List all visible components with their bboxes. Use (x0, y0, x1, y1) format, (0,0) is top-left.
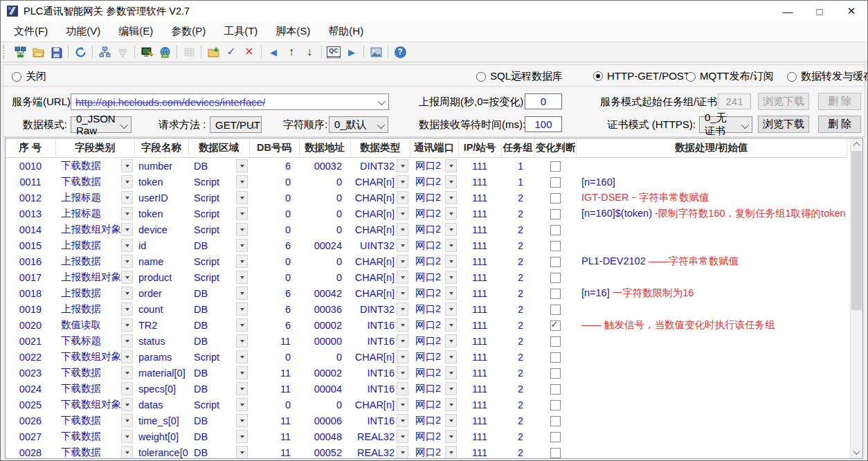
cell-dropdown-button[interactable] (445, 287, 457, 300)
table-row[interactable]: 0016上报数据nameScript00CHAR[n]网口21112PL1-DE… (6, 253, 847, 269)
cell-dropdown-button[interactable] (397, 159, 408, 172)
cell-col-5[interactable]: 00048 (299, 428, 350, 444)
cell-col-9[interactable]: 2 (501, 333, 534, 349)
change-detect-checkbox[interactable] (550, 241, 561, 251)
cell-dropdown-button[interactable] (445, 159, 457, 172)
cell-col-6[interactable]: CHAR[n] (350, 253, 410, 269)
column-header-4[interactable]: DB号码 (249, 138, 299, 158)
cell-col-5[interactable]: 00036 (299, 301, 350, 317)
change-detect-checkbox-checked[interactable] (550, 320, 561, 331)
cell-col-3[interactable]: DB (188, 158, 249, 174)
cell-col-7[interactable]: 网口2 (410, 413, 458, 428)
cell-col-0[interactable]: 0016 (6, 253, 55, 269)
cell-col-9[interactable]: 2 (501, 349, 534, 365)
radio-icon[interactable] (476, 72, 486, 82)
cell-dropdown-button[interactable] (445, 350, 457, 363)
cell-dropdown-button[interactable] (236, 398, 248, 411)
cell-col-0[interactable]: 0015 (6, 237, 55, 253)
cell-dropdown-button[interactable] (236, 287, 248, 300)
change-detect-checkbox[interactable] (550, 257, 561, 267)
cell-col-8[interactable]: 111 (458, 301, 501, 317)
help-icon[interactable]: ? (392, 44, 408, 60)
cell-col-9[interactable]: 2 (501, 206, 534, 222)
cell-col-9[interactable]: 2 (501, 237, 534, 253)
cell-col-4[interactable]: 6 (249, 158, 299, 174)
cell-dropdown-button[interactable] (445, 223, 457, 236)
cell-dropdown-button[interactable] (236, 175, 248, 188)
cell-col-7[interactable]: 网口2 (410, 317, 458, 333)
cell-col-11[interactable] (576, 413, 847, 428)
cell-col-2[interactable]: product (134, 269, 188, 285)
cell-dropdown-button[interactable] (236, 191, 248, 204)
cell-col-9[interactable]: 2 (501, 397, 534, 413)
cell-col-8[interactable]: 111 (458, 269, 501, 285)
cell-col-1[interactable]: 下载标题 (55, 333, 134, 349)
cell-dropdown-button[interactable] (236, 302, 248, 316)
menu-item-3[interactable]: 参数(P) (162, 22, 215, 41)
cell-col-1[interactable]: 数值读取 (55, 317, 134, 333)
cell-col-0[interactable]: 0014 (6, 222, 55, 237)
cell-col-7[interactable]: 网口2 (410, 444, 458, 459)
cell-col-10[interactable] (534, 349, 576, 365)
cell-col-6[interactable]: REAL32 (350, 444, 410, 459)
cell-dropdown-button[interactable] (445, 255, 457, 268)
column-header-7[interactable]: 通讯端口 (410, 138, 458, 158)
cell-col-3[interactable]: Script (188, 397, 249, 413)
mode-radio-4[interactable]: 数据转发与缓存 (787, 70, 868, 83)
cell-dropdown-button[interactable] (397, 318, 408, 332)
arrow-left-icon[interactable]: ◀ (265, 44, 282, 60)
cell-col-6[interactable]: INT16 (350, 333, 410, 349)
cell-col-9[interactable]: 2 (501, 285, 534, 301)
cell-dropdown-button[interactable] (121, 159, 133, 172)
menu-item-2[interactable]: 编辑(E) (109, 22, 162, 41)
close-button[interactable]: ✕ (835, 1, 867, 21)
cell-col-6[interactable]: REAL32 (350, 428, 410, 444)
table-row[interactable]: 0012上报标题userIDScript00CHAR[n]网口21112IGT-… (6, 190, 847, 206)
table-row[interactable]: 0027下载数据weight[0]DB1100048REAL32网口21112 (6, 428, 847, 444)
cell-col-2[interactable]: token (134, 206, 188, 222)
cell-col-5[interactable]: 00000 (299, 333, 350, 349)
server-url-combobox[interactable]: http://api.hcclouds.com/devices/interfac… (71, 93, 389, 110)
cell-col-1[interactable]: 下载数据 (55, 381, 134, 397)
cell-col-10[interactable] (534, 253, 576, 269)
cell-dropdown-button[interactable] (397, 382, 408, 395)
cell-col-4[interactable]: 0 (249, 190, 299, 206)
cell-col-8[interactable]: 111 (458, 237, 501, 253)
cell-col-0[interactable]: 0027 (6, 428, 55, 444)
connect-network-icon[interactable] (12, 44, 28, 60)
image-icon[interactable] (368, 44, 384, 60)
cell-dropdown-button[interactable] (397, 287, 408, 300)
cell-col-2[interactable]: TR2 (134, 317, 188, 333)
cell-col-1[interactable]: 上报数组对象 (55, 269, 134, 285)
cell-col-1[interactable]: 下载数据 (55, 413, 134, 428)
cell-dropdown-button[interactable] (121, 446, 133, 459)
change-detect-checkbox[interactable] (550, 368, 561, 379)
save-icon[interactable] (48, 44, 64, 60)
cell-col-1[interactable]: 下载数据 (55, 174, 134, 190)
cell-col-8[interactable]: 111 (458, 381, 501, 397)
cell-col-10[interactable] (534, 190, 576, 206)
qc-barcode-icon[interactable]: QC (325, 44, 342, 60)
cell-dropdown-button[interactable] (121, 366, 133, 379)
monitor-edit-icon[interactable] (138, 44, 155, 60)
cell-col-4[interactable]: 11 (249, 413, 299, 428)
cell-col-11[interactable] (576, 237, 847, 253)
cell-col-1[interactable]: 下载数组对象 (55, 349, 134, 365)
cell-dropdown-button[interactable] (397, 334, 408, 347)
cell-dropdown-button[interactable] (236, 414, 248, 427)
cell-col-7[interactable]: 网口2 (410, 158, 458, 174)
cell-dropdown-button[interactable] (121, 287, 133, 300)
sitemap-icon[interactable] (96, 44, 113, 60)
cell-col-10[interactable] (534, 158, 576, 174)
cell-col-1[interactable]: 上报数据 (55, 253, 134, 269)
cell-col-1[interactable]: 下载数据 (55, 158, 134, 174)
cell-col-0[interactable]: 0028 (6, 444, 55, 459)
cell-col-2[interactable]: specs[0] (134, 381, 188, 397)
cell-col-3[interactable]: DB (188, 413, 249, 428)
cell-col-1[interactable]: 下载数据 (55, 365, 134, 381)
minimize-button[interactable]: — (772, 1, 804, 21)
scroll-down-icon[interactable] (851, 446, 862, 458)
change-detect-checkbox[interactable] (550, 416, 561, 426)
cell-dropdown-button[interactable] (445, 271, 457, 284)
cell-col-4[interactable]: 6 (249, 301, 299, 317)
